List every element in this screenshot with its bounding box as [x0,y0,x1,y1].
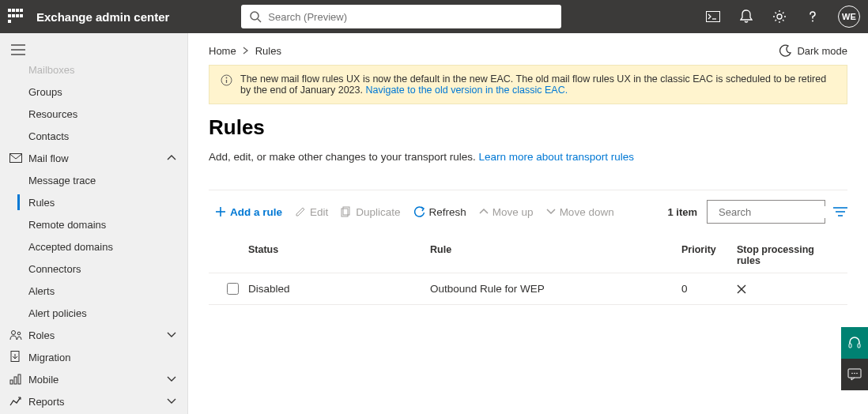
main-content: Home Rules Dark mode The new mail flow r… [188,33,868,414]
x-icon [737,284,746,294]
svg-point-10 [12,331,16,335]
svg-point-11 [17,332,21,335]
svg-point-33 [851,373,853,374]
migration-icon [9,351,24,363]
svg-point-34 [854,373,855,374]
svg-point-5 [812,21,813,22]
page-title: Rules [209,115,847,140]
chevron-up-icon [167,155,176,161]
dark-mode-toggle[interactable]: Dark mode [779,44,847,57]
edit-icon [295,206,306,217]
sidebar-item-alertpolicies[interactable]: Alert policies [0,302,187,324]
col-status[interactable]: Status [248,244,430,266]
svg-point-0 [251,12,259,20]
sidebar-item-mailboxes[interactable]: Mailboxes [0,58,187,81]
svg-rect-30 [849,344,851,348]
duplicate-button[interactable]: Duplicate [334,203,406,221]
row-checkbox[interactable] [227,283,239,295]
svg-rect-14 [14,377,17,384]
svg-line-1 [258,19,261,22]
chevron-down-icon [167,376,176,382]
sidebar: Mailboxes Groups Resources Contacts Mail… [0,33,188,414]
sidebar-item-groups[interactable]: Groups [0,81,187,103]
chevron-down-icon [167,332,176,338]
settings-icon[interactable] [772,9,787,24]
svg-point-4 [777,14,782,19]
sidebar-item-migration[interactable]: Migration [0,346,187,368]
notifications-icon[interactable] [738,9,754,24]
roles-icon [9,329,24,341]
breadcrumb-home[interactable]: Home [209,45,236,57]
breadcrumb: Home Rules [209,45,281,57]
sidebar-item-resources[interactable]: Resources [0,103,187,125]
svg-rect-2 [706,12,719,22]
support-tabs [841,327,868,390]
table-search-input[interactable] [719,206,851,218]
prompt-icon[interactable] [705,9,721,24]
banner-link[interactable]: Navigate to the old version in the class… [365,85,568,96]
table-search[interactable] [707,200,825,224]
mobile-icon [9,374,24,385]
row-status: Disabled [248,283,430,295]
chevron-right-icon [243,47,249,55]
table-row[interactable]: Disabled Outbound Rule for WEP 0 [209,273,847,305]
table-header: Status Rule Priority Stop processing rul… [209,238,847,273]
copy-icon [341,206,352,217]
svg-rect-13 [10,380,13,384]
filter-icon [833,206,847,217]
chevron-down-icon [546,209,556,215]
col-priority[interactable]: Priority [681,244,737,266]
filter-button[interactable] [833,206,847,217]
edit-button[interactable]: Edit [289,203,334,221]
movedown-button[interactable]: Move down [540,203,621,221]
svg-point-17 [226,77,228,79]
svg-rect-31 [858,344,860,348]
sidebar-item-reports[interactable]: Reports [0,390,187,412]
plus-icon [215,206,226,217]
headset-tab[interactable] [841,327,868,359]
moveup-button[interactable]: Move up [473,203,540,221]
toolbar: Add a rule Edit Duplicate Refresh Move u… [209,190,847,224]
sidebar-item-contacts[interactable]: Contacts [0,125,187,147]
refresh-button[interactable]: Refresh [407,203,473,221]
sidebar-item-rules[interactable]: Rules [0,191,187,213]
svg-point-35 [856,373,858,374]
breadcrumb-current: Rules [255,45,281,57]
headset-icon [847,336,862,350]
page-subtitle: Add, edit, or make other changes to your… [209,151,847,163]
item-count: 1 item [667,206,697,218]
col-stop[interactable]: Stop processing rules [737,244,840,266]
sidebar-item-mailflow[interactable]: Mail flow [0,147,187,169]
feedback-tab[interactable] [841,359,868,390]
app-launcher-icon[interactable] [8,9,24,24]
info-icon [221,74,232,96]
col-rule[interactable]: Rule [430,244,681,266]
svg-rect-15 [18,374,21,384]
user-avatar[interactable]: WE [838,6,860,28]
sidebar-item-accepteddomains[interactable]: Accepted domains [0,235,187,258]
learn-more-link[interactable]: Learn more about transport rules [478,151,634,163]
moon-icon [779,44,792,57]
chevron-down-icon [167,398,176,405]
sidebar-item-alerts[interactable]: Alerts [0,280,187,302]
sidebar-item-connectors[interactable]: Connectors [0,258,187,280]
sidebar-item-roles[interactable]: Roles [0,324,187,346]
row-priority: 0 [681,283,737,295]
row-stop [737,284,840,294]
rules-table: Status Rule Priority Stop processing rul… [209,238,847,305]
sidebar-item-messagetrace[interactable]: Message trace [0,169,187,191]
global-search-input[interactable] [268,11,553,23]
sidebar-item-mobile[interactable]: Mobile [0,368,187,390]
sidebar-item-remotedomains[interactable]: Remote domains [0,213,187,235]
global-search[interactable] [241,5,561,28]
chevron-up-icon [479,209,489,215]
search-icon [249,10,262,23]
reports-icon [9,396,24,407]
info-banner: The new mail flow rules UX is now the de… [209,65,847,104]
mail-icon [9,153,24,163]
app-title: Exchange admin center [36,10,169,24]
refresh-icon [413,206,425,218]
help-icon[interactable] [805,9,821,24]
add-rule-button[interactable]: Add a rule [209,203,289,221]
top-bar: Exchange admin center WE [0,0,868,33]
